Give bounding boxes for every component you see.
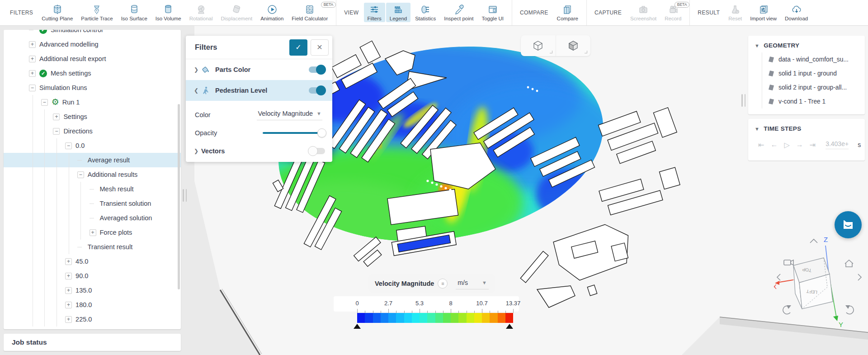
timestep-value-input[interactable]: 3.403e+ [826, 140, 849, 149]
legend-unit-select[interactable]: m/s ▼ [456, 278, 489, 289]
field-calculator-icon [304, 4, 315, 15]
view-cube[interactable] [793, 258, 833, 309]
parts-color-section[interactable]: ❯ Parts Color [186, 59, 332, 80]
job-status-panel[interactable]: Job status [4, 334, 181, 351]
animation-button[interactable]: Animation [257, 3, 287, 22]
legend-button[interactable]: Legend [386, 3, 410, 22]
tree-item-averaged-solution[interactable]: Averaged solution [4, 211, 181, 225]
tree-guide-line [33, 283, 33, 298]
tree-item-label: 0.0 [75, 142, 85, 149]
expand-icon[interactable]: + [29, 56, 36, 62]
cutting-plane-button[interactable]: Cutting Plane [38, 3, 76, 22]
wireframe-cube-button[interactable] [521, 35, 556, 56]
download-button[interactable]: Download [781, 3, 811, 22]
tree-item-135-0[interactable]: +135.0 [4, 283, 181, 298]
legend-min-handle[interactable] [354, 324, 361, 329]
step-back-icon[interactable]: ← [770, 141, 778, 149]
collapse-icon[interactable]: − [65, 142, 72, 149]
shaded-cube-button[interactable] [556, 35, 591, 56]
tree-item-settings[interactable]: +Settings [4, 109, 181, 124]
tree-item-0-0[interactable]: −0.0 [4, 138, 181, 153]
compare-button[interactable]: Compare [553, 3, 582, 22]
tree-guide-line [57, 138, 57, 153]
expand-icon[interactable]: + [29, 70, 36, 77]
right-panel-resize-grip[interactable] [741, 94, 745, 107]
color-field-select[interactable]: Velocity Magnitude ▼ [257, 109, 322, 120]
orbit-right-button[interactable] [858, 274, 861, 280]
geometry-item[interactable]: solid 2 input - group-all... [748, 80, 865, 95]
expand-icon[interactable]: + [90, 229, 96, 236]
filters-label: Filters [368, 16, 382, 21]
skip-to-start-icon[interactable]: ⇤ [758, 141, 764, 149]
vectors-toggle[interactable] [309, 148, 325, 154]
expand-icon[interactable]: + [65, 316, 72, 323]
orbit-left-button[interactable] [777, 274, 780, 280]
colormap-block [467, 313, 474, 323]
expand-icon[interactable]: + [29, 41, 36, 48]
geometry-item[interactable]: data - wind_comfort_su... [748, 52, 865, 66]
legend-max-handle[interactable] [506, 324, 513, 329]
geometry-item[interactable]: solid 1 input - ground [748, 66, 865, 80]
particle-trace-button[interactable]: Particle Trace [77, 3, 116, 22]
collapse-icon[interactable]: − [29, 85, 36, 91]
dropdown-corner-mark [585, 51, 587, 53]
apply-filters-button[interactable]: ✓ [289, 39, 307, 56]
expand-icon[interactable]: + [65, 258, 72, 265]
import-view-button[interactable]: Import view [746, 3, 780, 22]
skip-to-end-icon[interactable]: ⇥ [810, 141, 816, 149]
tree-item-simulation-runs[interactable]: −Simulation Runs [4, 80, 181, 95]
tree-item-mesh-result[interactable]: Mesh result [4, 182, 181, 196]
tree-item-transient-result[interactable]: Transient result [4, 240, 181, 254]
expand-icon[interactable]: + [65, 287, 72, 294]
pedestrian-level-section[interactable]: ❮ Pedestrian Level [186, 80, 332, 101]
tree-item-directions[interactable]: −Directions [4, 124, 181, 138]
tree-item-180-0[interactable]: +180.0 [4, 298, 181, 312]
step-forward-icon[interactable]: → [796, 141, 803, 149]
timesteps-panel-header[interactable]: ▼ TIME STEPS [748, 119, 865, 136]
home-button[interactable] [845, 260, 853, 267]
expand-icon[interactable]: + [65, 273, 72, 279]
iso-surface-button[interactable]: Iso Surface [118, 3, 151, 22]
expand-icon[interactable]: + [65, 302, 72, 308]
tree-item-advanced-modelling[interactable]: +Advanced modelling [4, 37, 181, 52]
tree-item-simulation-control[interactable]: ✓Simulation control [4, 30, 181, 37]
legend-menu-button[interactable]: ≡ [438, 279, 448, 289]
tree-item-additional-result-export[interactable]: +Additional result export [4, 52, 181, 66]
sidebar-resize-grip[interactable] [183, 189, 187, 202]
tree-item-90-0[interactable]: +90.0 [4, 269, 181, 283]
legend-tick-mark [388, 309, 389, 313]
toolbar-group-result: RESULTResetImport viewDownload [694, 0, 812, 25]
support-chat-button[interactable] [835, 211, 862, 238]
camera-icon[interactable] [784, 260, 793, 265]
geometry-panel-header[interactable]: ▼ GEOMETRY [748, 36, 865, 52]
play-icon[interactable]: ▷ [784, 141, 789, 149]
toggle-ui-button[interactable]: Toggle UI [478, 3, 507, 22]
expand-icon[interactable]: + [53, 114, 60, 120]
iso-volume-button[interactable]: Iso Volume [152, 3, 185, 22]
orbit-up-button[interactable] [810, 239, 817, 243]
tree-scrollbar[interactable] [178, 104, 180, 289]
tree-item-45-0[interactable]: +45.0 [4, 254, 181, 269]
filters-button[interactable]: Filters [364, 3, 385, 22]
geometry-item[interactable]: v-cond 1 - Tree 1 [748, 95, 865, 109]
pedestrian-level-toggle[interactable] [309, 87, 325, 94]
tree-item-mesh-settings[interactable]: +✓Mesh settings [4, 66, 181, 80]
vectors-section[interactable]: ❯ Vectors [186, 141, 332, 162]
tree-item-force-plots[interactable]: +Force plots [4, 225, 181, 240]
statistics-button[interactable]: Statistics [411, 3, 439, 22]
tree-item-average-result[interactable]: Average result [4, 153, 181, 167]
opacity-slider-thumb[interactable] [317, 128, 326, 137]
parts-color-toggle[interactable] [309, 66, 325, 73]
tree-item-transient-solution[interactable]: Transient solution [4, 196, 181, 211]
tree-item-225-0[interactable]: +225.0 [4, 312, 181, 327]
opacity-slider[interactable] [263, 132, 322, 134]
tree-item-run-1[interactable]: −⚙Run 1 [4, 95, 181, 109]
collapse-icon[interactable]: − [77, 171, 84, 178]
collapse-icon[interactable]: − [53, 128, 60, 135]
rotational-button: Rotational [186, 3, 217, 22]
close-filters-button[interactable]: ✕ [311, 39, 329, 56]
collapse-icon[interactable]: − [41, 99, 48, 106]
field-calculator-button[interactable]: BETAField Calculator [288, 3, 331, 22]
tree-item-additional-results[interactable]: −Additional results [4, 167, 181, 182]
inspect-point-button[interactable]: Inspect point [440, 3, 477, 22]
